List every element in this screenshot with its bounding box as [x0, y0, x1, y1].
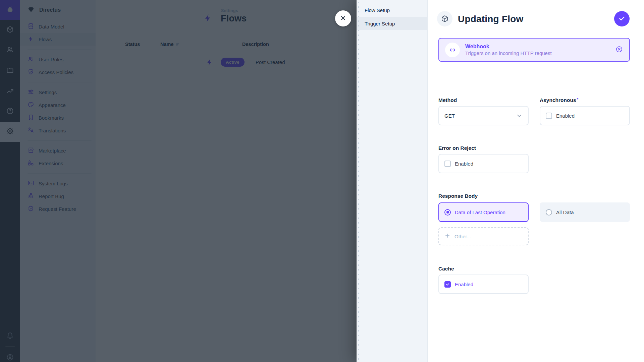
field-asynchronous: Asynchronous* Enabled — [540, 97, 630, 125]
radio-unselected[interactable] — [546, 209, 552, 216]
trigger-card-text: Webhook Triggers on an incoming HTTP req… — [465, 43, 552, 57]
error-on-reject-option-label: Enabled — [455, 161, 473, 167]
cache-checkbox-field[interactable]: Enabled — [438, 275, 529, 294]
drawer-close-button[interactable] — [335, 10, 351, 26]
asynchronous-option-label: Enabled — [556, 113, 575, 119]
remove-trigger-button[interactable] — [615, 46, 623, 54]
checkbox-unchecked[interactable] — [546, 113, 552, 119]
method-value: GET — [444, 113, 455, 119]
method-label: Method — [438, 97, 529, 103]
trigger-type-card[interactable]: Webhook Triggers on an incoming HTTP req… — [438, 38, 630, 62]
plus-icon — [444, 233, 450, 240]
updating-flow-drawer: Flow Setup Trigger Setup Updating Flow W… — [357, 0, 644, 362]
checkbox-checked[interactable] — [444, 281, 451, 288]
radio-option-label: All Data — [556, 209, 574, 215]
required-mark: * — [577, 97, 579, 102]
field-error-on-reject: Error on Reject Enabled — [438, 145, 529, 173]
method-select[interactable]: GET — [438, 106, 529, 125]
asynchronous-checkbox-field[interactable]: Enabled — [540, 106, 630, 125]
cancel-circle-icon — [615, 46, 623, 54]
response-body-option-all-data[interactable]: All Data — [540, 202, 630, 222]
check-icon — [618, 15, 626, 23]
field-method: Method GET — [438, 97, 529, 125]
trigger-type-subtitle: Triggers on an incoming HTTP request — [465, 50, 552, 57]
cache-label: Cache — [438, 266, 529, 272]
chevron-down-icon — [516, 112, 523, 119]
checkbox-unchecked[interactable] — [444, 161, 451, 167]
asynchronous-label: Asynchronous* — [540, 97, 630, 103]
error-on-reject-checkbox-field[interactable]: Enabled — [438, 154, 529, 173]
radio-option-label: Data of Last Operation — [455, 209, 505, 215]
field-cache: Cache Enabled — [438, 266, 529, 294]
link-icon — [445, 43, 460, 57]
cache-option-label: Enabled — [455, 282, 473, 287]
field-response-body: Response Body — [438, 193, 630, 202]
other-placeholder: Other... — [454, 234, 471, 239]
drawer-resize-handle[interactable] — [358, 0, 359, 362]
drawer-nav: Flow Setup Trigger Setup — [357, 0, 428, 362]
drawer-nav-trigger-setup[interactable]: Trigger Setup — [357, 17, 427, 30]
response-body-other-option[interactable]: Other... — [438, 227, 529, 245]
drawer-form: Webhook Triggers on an incoming HTTP req… — [438, 38, 630, 316]
form-grid: Method GET Asynchronous* Enabled — [438, 62, 630, 316]
radio-selected[interactable] — [444, 209, 451, 216]
drawer-header: Updating Flow — [428, 0, 644, 34]
drawer-title: Updating Flow — [458, 14, 523, 24]
response-body-option-data-of-last-operation[interactable]: Data of Last Operation — [438, 202, 529, 222]
close-icon — [340, 15, 346, 22]
error-on-reject-label: Error on Reject — [438, 145, 529, 151]
box-icon — [437, 11, 452, 26]
response-body-label: Response Body — [438, 193, 630, 199]
trigger-type-title: Webhook — [465, 43, 552, 50]
drawer-main: Updating Flow Webhook Triggers on an inc… — [428, 0, 644, 362]
save-button[interactable] — [614, 11, 630, 26]
drawer-nav-flow-setup[interactable]: Flow Setup — [357, 3, 427, 17]
